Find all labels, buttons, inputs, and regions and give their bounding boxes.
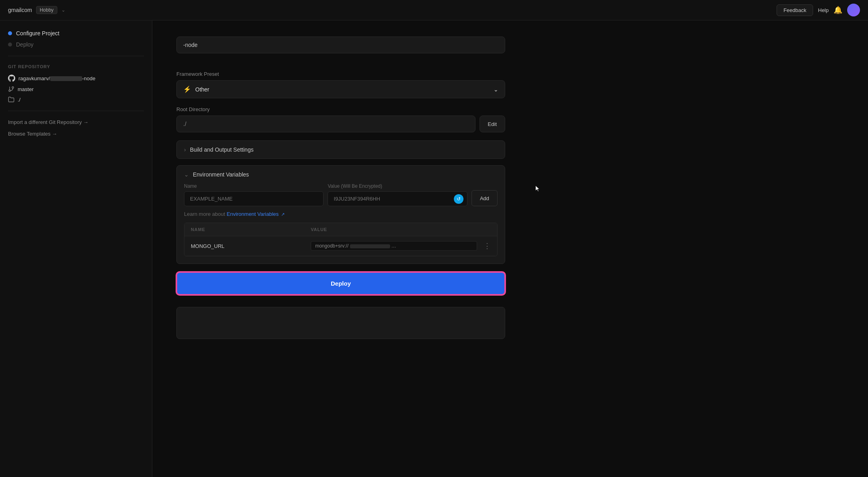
chevron-down-icon: ⌄: [494, 86, 498, 93]
framework-icon: ⚡: [183, 85, 191, 93]
env-table-header: NAME VALUE: [184, 223, 497, 236]
project-name-group: [176, 37, 505, 63]
framework-preset-select[interactable]: ⚡ Other ⌄: [176, 80, 505, 98]
deploy-btn-container: Deploy: [176, 272, 505, 295]
folder-icon: [8, 96, 14, 103]
plan-badge: Hobby: [36, 6, 57, 14]
app-name: gmailcom: [8, 7, 32, 13]
env-vars-link[interactable]: Environment Variables ↗: [227, 211, 284, 217]
header-right: Feedback Help 🔔: [777, 4, 860, 16]
table-row: MONGO_URL mongodb+srv:// … ⋮: [184, 236, 497, 256]
deploy-button[interactable]: Deploy: [176, 272, 505, 295]
help-button[interactable]: Help: [818, 7, 829, 13]
env-value-redacted: [350, 244, 390, 248]
framework-preset-group: Framework Preset ⚡ Other ⌄: [176, 71, 505, 98]
table-col-value: VALUE: [311, 227, 491, 232]
env-table: NAME VALUE MONGO_URL mongodb+srv:// … ⋮: [184, 223, 498, 256]
git-repo-section: GIT REPOSITORY ragavkumarv/-node master: [8, 64, 144, 103]
step-label-configure: Configure Project: [16, 30, 59, 37]
notification-icon[interactable]: 🔔: [834, 6, 842, 14]
directory-item: ./: [8, 96, 144, 103]
branch-icon: [8, 86, 14, 92]
env-row-name: MONGO_URL: [191, 243, 311, 249]
sidebar-divider: [8, 56, 144, 56]
content-area: Framework Preset ⚡ Other ⌄ Root Director…: [152, 20, 868, 477]
build-settings-header[interactable]: › Build and Output Settings: [177, 141, 505, 158]
sidebar: Configure Project Deploy GIT REPOSITORY …: [0, 20, 152, 477]
generate-value-button[interactable]: ↺: [454, 194, 463, 204]
framework-preset-label: Framework Preset: [176, 71, 505, 77]
env-value-group: Value (Will Be Encrypted) ↺: [328, 183, 467, 206]
project-name-input[interactable]: [176, 37, 505, 53]
learn-more-text: Learn more about Environment Variables ↗: [184, 211, 498, 217]
env-name-input[interactable]: [184, 191, 324, 206]
step-dot-configure: [8, 31, 12, 35]
table-col-name: NAME: [191, 227, 311, 232]
add-env-button[interactable]: Add: [471, 190, 498, 206]
git-repo-title: GIT REPOSITORY: [8, 64, 144, 69]
framework-selected-value: Other: [195, 86, 209, 93]
main-layout: Configure Project Deploy GIT REPOSITORY …: [0, 20, 868, 477]
build-settings-section: › Build and Output Settings: [176, 140, 505, 159]
root-directory-label: Root Directory: [176, 106, 505, 112]
env-vars-body: Name Value (Will Be Encrypted) ↺ Add Le: [177, 183, 505, 264]
more-options-button[interactable]: ⋮: [484, 242, 491, 250]
edit-button[interactable]: Edit: [480, 116, 505, 132]
root-directory-input[interactable]: [176, 116, 475, 132]
step-configure: Configure Project: [8, 30, 144, 37]
root-dir-row: Edit: [176, 116, 505, 132]
branch-name: master: [18, 86, 34, 92]
build-settings-title: Build and Output Settings: [190, 146, 254, 153]
header: gmailcom Hobby ⌄ Feedback Help 🔔: [0, 0, 868, 20]
env-name-label: Name: [184, 183, 324, 189]
svg-point-2: [9, 90, 10, 91]
browse-templates-link[interactable]: Browse Templates →: [8, 131, 144, 137]
branch-item: master: [8, 86, 144, 92]
env-name-group: Name: [184, 183, 324, 206]
repo-name-redacted: [50, 76, 82, 81]
bottom-section-preview: [176, 307, 505, 339]
sidebar-divider-2: [8, 111, 144, 111]
import-git-link[interactable]: Import a different Git Repository →: [8, 119, 144, 125]
avatar[interactable]: [847, 4, 860, 16]
collapse-arrow-icon: ›: [184, 146, 186, 153]
header-left: gmailcom Hobby ⌄: [8, 6, 65, 14]
env-vars-header[interactable]: ⌄ Environment Variables: [177, 166, 505, 183]
env-row-value: mongodb+srv:// … ⋮: [311, 241, 491, 251]
env-value-input[interactable]: [328, 191, 467, 206]
step-deploy: Deploy: [8, 41, 144, 48]
env-expand-icon: ⌄: [184, 171, 189, 178]
directory-path: ./: [18, 97, 20, 103]
env-vars-section: ⌄ Environment Variables Name Value (Will…: [176, 165, 505, 264]
svg-point-1: [12, 87, 14, 88]
github-icon: [8, 75, 15, 82]
env-value-wrapper: ↺: [328, 191, 467, 206]
external-link-icon: ↗: [281, 212, 285, 217]
env-value-label: Value (Will Be Encrypted): [328, 183, 467, 189]
env-vars-title: Environment Variables: [193, 171, 249, 178]
env-input-row: Name Value (Will Be Encrypted) ↺ Add: [184, 183, 498, 206]
root-directory-group: Root Directory Edit: [176, 106, 505, 132]
step-dot-deploy: [8, 43, 12, 47]
repo-name-item: ragavkumarv/-node: [8, 75, 144, 82]
chevron-down-icon: ⌄: [61, 7, 65, 13]
feedback-button[interactable]: Feedback: [777, 4, 813, 16]
step-label-deploy: Deploy: [16, 41, 34, 48]
env-value-display: mongodb+srv:// …: [311, 241, 477, 251]
repo-name: ragavkumarv/-node: [18, 75, 95, 81]
